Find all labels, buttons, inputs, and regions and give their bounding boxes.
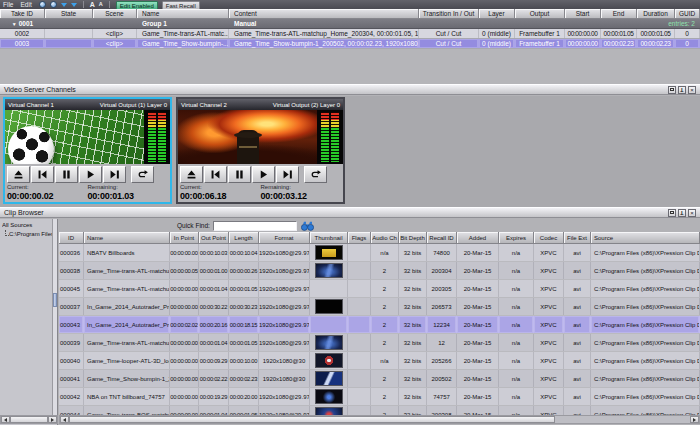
toolbar-icon[interactable] [39, 1, 46, 8]
toolbar-separator [109, 1, 110, 8]
cell-codec: XPVC [534, 352, 564, 369]
column-header[interactable]: Start [565, 9, 601, 19]
scrollbar-thumb[interactable] [69, 416, 555, 423]
skip-forward-button[interactable] [276, 166, 299, 183]
column-header[interactable]: Audio Ch [371, 232, 399, 244]
close-icon[interactable]: × [688, 209, 696, 217]
current-label: Current: [180, 184, 261, 191]
column-header[interactable]: Name [137, 9, 229, 19]
skip-back-button[interactable] [31, 166, 54, 183]
column-header[interactable]: Source [591, 232, 700, 244]
edit-enabled-button[interactable]: Edit Enabled [116, 1, 158, 9]
column-header[interactable]: In Point [170, 232, 199, 244]
menu-edit[interactable]: Edit [20, 1, 31, 8]
scroll-right-button[interactable] [48, 416, 57, 423]
fast-recall-button[interactable]: Fast Recall [162, 1, 200, 9]
eject-button[interactable] [180, 166, 203, 183]
clip-row[interactable]: 000038Game_Time-trans-ATL-matchup_Hom...… [59, 262, 700, 280]
cell-flags [348, 298, 371, 315]
scrollbar-thumb[interactable] [53, 293, 57, 307]
pin-icon[interactable]: T [678, 209, 686, 217]
clip-row[interactable]: 000045Game_Time-trans-ATL-matchup_Hom...… [59, 280, 700, 298]
tree-item-program-files[interactable]: C:\Program Files (x8 [2, 230, 57, 239]
column-header[interactable]: Output [515, 9, 565, 19]
font-smaller-icon[interactable]: A [99, 1, 103, 8]
cell-recall_id: 12234 [427, 316, 457, 333]
column-header[interactable]: Length [229, 232, 259, 244]
pause-button[interactable] [228, 166, 251, 183]
cell-file_ext: avi [564, 262, 591, 279]
column-header[interactable]: Name [84, 232, 170, 244]
font-larger-icon[interactable]: A [90, 1, 95, 8]
clip-row[interactable]: 000043In_Game_2014_Autotrader_Pregame...… [59, 316, 700, 334]
tree-item-all-sources[interactable]: All Sources [2, 221, 57, 230]
cell-flags [348, 352, 371, 369]
quick-find-button[interactable] [300, 220, 316, 232]
skip-forward-button[interactable] [103, 166, 126, 183]
scrollbar-track[interactable] [555, 416, 690, 423]
scroll-left-button[interactable] [1, 416, 10, 423]
column-header[interactable]: GUID [675, 9, 700, 19]
column-header[interactable]: Transition In / Out [419, 9, 479, 19]
cell-output: Framebuffer 1 [515, 29, 565, 38]
loop-button[interactable] [131, 166, 154, 183]
column-header[interactable]: Bit Depth [399, 232, 427, 244]
column-header[interactable]: End [601, 9, 637, 19]
column-header[interactable]: Content [229, 9, 419, 19]
play-button[interactable] [252, 166, 275, 183]
column-header[interactable]: Format [259, 232, 310, 244]
column-header[interactable]: Codec [534, 232, 564, 244]
clip-row[interactable]: 000037In_Game_2014_Autotrader_Pregame...… [59, 298, 700, 316]
sequencer-playlist: Take IDStateSceneNameContentTransition I… [0, 9, 700, 84]
channel-panel-1[interactable]: Virtual Channel 1 Virtual Output (1) Lay… [3, 97, 172, 204]
tree-vertical-scrollbar[interactable] [52, 219, 57, 415]
clip-row[interactable]: 000041Game_Time_Show-bumpin-1_20050200:0… [59, 370, 700, 388]
cell-codec: XPVC [534, 262, 564, 279]
column-header[interactable]: Added [457, 232, 499, 244]
channel-panel-2[interactable]: Virtual Channel 2 Virtual Output (2) Lay… [176, 97, 345, 204]
playlist-group-row[interactable]: ▼0001 Group 1 Manual entries: 2 [0, 19, 700, 29]
column-header[interactable]: File Ext [564, 232, 591, 244]
cell-state [45, 29, 93, 38]
skip-back-button[interactable] [204, 166, 227, 183]
scroll-left-button[interactable] [60, 416, 69, 423]
clip-row[interactable]: 000039Game_Time-trans-ATL-matchup_Hom...… [59, 334, 700, 352]
clip-row[interactable]: 000036NBATV Billboards00:00:00.0000:00:1… [59, 244, 700, 262]
column-header[interactable]: Flags [348, 232, 371, 244]
playlist-row[interactable]: 0002<clip>Game_Time-trans-ATL-matc...Gam… [0, 29, 700, 39]
pause-button[interactable] [55, 166, 78, 183]
scroll-right-button[interactable] [690, 416, 699, 423]
scrollbar-thumb[interactable] [10, 416, 48, 423]
cell-added: 20-Mar-15 [457, 370, 499, 387]
column-header[interactable]: State [45, 9, 93, 19]
clip-table-horizontal-scrollbar[interactable] [59, 415, 700, 424]
eject-button[interactable] [7, 166, 30, 183]
clip-row[interactable]: 000042NBA on TNT billboard_7475700:00:00… [59, 388, 700, 406]
video-server-channels-header: Video Server Channels T × [0, 84, 700, 95]
pin-icon[interactable]: T [678, 86, 686, 94]
close-icon[interactable]: × [688, 86, 696, 94]
column-header[interactable]: Thumbnail [310, 232, 348, 244]
column-header[interactable]: Take ID [0, 9, 45, 19]
column-header[interactable]: Duration [637, 9, 675, 19]
float-icon[interactable] [668, 86, 676, 94]
column-header[interactable]: Expires [499, 232, 534, 244]
menu-file[interactable]: File [3, 1, 13, 8]
column-header[interactable]: ID [59, 232, 84, 244]
float-icon[interactable] [668, 209, 676, 217]
clip-row[interactable]: 000040Game_Time-looper-ATL-3D_logo_205..… [59, 352, 700, 370]
quick-find-input[interactable] [213, 221, 297, 231]
cell-bit_depth: 32 bits [399, 244, 427, 261]
column-header[interactable]: Recall ID [427, 232, 457, 244]
cell-audio_ch: 2 [371, 370, 399, 387]
loop-button[interactable] [304, 166, 327, 183]
tree-horizontal-scrollbar[interactable] [0, 415, 58, 424]
column-header[interactable]: Out Point [199, 232, 229, 244]
cell-name: Game_Time_Show-bumpin-1_200502 [84, 370, 170, 387]
collapse-triangle-icon[interactable]: ▼ [12, 21, 17, 27]
playlist-row[interactable]: 0003<clip>Game_Time_Show-bumpin-...Game_… [0, 39, 700, 49]
toolbar-icon[interactable] [50, 1, 57, 8]
column-header[interactable]: Scene [93, 9, 137, 19]
play-button[interactable] [79, 166, 102, 183]
column-header[interactable]: Layer [479, 9, 515, 19]
